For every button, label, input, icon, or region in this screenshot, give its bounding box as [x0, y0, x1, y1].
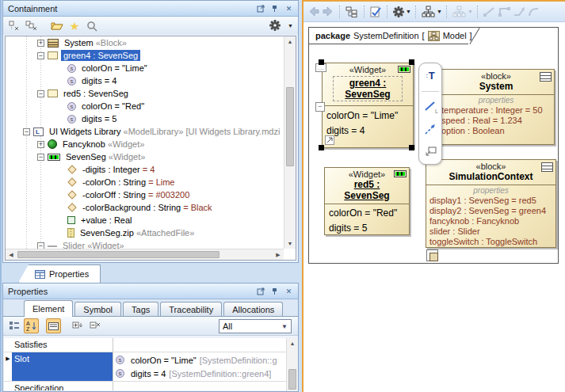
tree-item-label[interactable]: SevenSeg.zip «AttachedFile» [78, 227, 197, 238]
categorized-view-icon[interactable] [6, 318, 21, 333]
tree-item[interactable]: -colorOff : String = #003200 [6, 188, 284, 201]
property-row[interactable]: Specification [4, 382, 297, 390]
element-name[interactable]: System [440, 81, 552, 92]
node-green4[interactable]: «Widget» green4 :SevenSeg colorOn = "Lim… [322, 63, 414, 148]
text-tool-icon[interactable]: ∶T [422, 68, 438, 84]
tree-item[interactable]: SevenSeg.zip «AttachedFile» [6, 226, 284, 239]
property-value[interactable]: colorOn = "Lime" [SystemDefinition::gdig… [113, 352, 297, 381]
sort-alphabetic-icon[interactable]: AZ [24, 318, 39, 333]
collapse-icon[interactable]: − [37, 52, 44, 59]
float-icon[interactable] [256, 287, 265, 295]
node-system[interactable]: «block» System properties temperature : … [437, 69, 555, 145]
tree-item[interactable]: digits = 5 [6, 112, 284, 125]
element-name[interactable]: SimulationContext [428, 171, 554, 182]
gear-menu-caret-icon[interactable]: ▼ [406, 9, 411, 14]
quick-link-icon[interactable] [422, 121, 438, 137]
tree-item[interactable]: +System «Block» [6, 36, 284, 49]
favorites-star-icon[interactable]: ★ [67, 19, 82, 33]
tree-item[interactable]: +Fancyknob «Widget» [6, 138, 284, 150]
tree-item-label[interactable]: -digits : Integer = 4 [80, 164, 157, 175]
close-icon[interactable]: ✕ [284, 287, 293, 295]
tree-item-label[interactable]: colorOn = "Red" [79, 101, 147, 112]
collapse-selected-icon[interactable] [24, 19, 40, 33]
diagram-canvas[interactable]: package SystemDefinition [ Model ] «Widg… [303, 22, 565, 392]
tree-item-label[interactable]: Slider «Widget» [60, 240, 127, 249]
tree-item-label[interactable]: colorOn = "Lime" [79, 63, 150, 74]
tree-item-label[interactable]: digits = 4 [79, 75, 119, 86]
collapse-compartment-button[interactable]: − [315, 102, 325, 112]
property-name[interactable]: Slot [12, 352, 113, 381]
expand-icon[interactable]: + [37, 40, 44, 47]
tree-item-label[interactable]: +value : Real [78, 215, 135, 226]
collapse-icon[interactable]: − [23, 128, 30, 135]
layout-menu-caret-icon[interactable]: ▼ [437, 9, 442, 14]
expand-nodes-icon[interactable] [70, 318, 85, 333]
element-name[interactable]: green4 :SevenSeg [333, 76, 403, 101]
pin-icon[interactable] [270, 4, 279, 13]
tree-vertical-scrollbar[interactable]: ▲ ▼ [284, 36, 296, 249]
tree-item[interactable]: -digits : Integer = 4 [6, 163, 284, 176]
filter-select[interactable]: All ▼ [219, 319, 292, 333]
diagram-options-gear-icon[interactable] [393, 5, 404, 19]
node-simulation-context[interactable]: «block» SimulationContext properties dis… [426, 159, 556, 248]
scroll-thumb[interactable] [17, 251, 220, 258]
open-folder-icon[interactable] [49, 19, 65, 33]
preview-icon[interactable] [422, 143, 438, 159]
tree-item-label[interactable]: digits = 5 [79, 113, 119, 124]
pin-icon[interactable] [270, 287, 279, 295]
tree-item[interactable]: −UI Widgets Library «ModelLibrary» [UI W… [6, 125, 284, 138]
back-icon[interactable] [308, 5, 319, 19]
close-icon[interactable]: ✕ [284, 4, 293, 13]
tab-element[interactable]: Element [24, 300, 73, 317]
hyperlink-icon[interactable] [325, 135, 334, 145]
forward-icon[interactable] [323, 5, 334, 19]
node-red5[interactable]: «Widget» red5 :SevenSeg colorOn = "Red"d… [324, 167, 410, 235]
diagram-frame-tab[interactable]: package SystemDefinition [ Model ] [309, 28, 479, 44]
tree-item[interactable]: −green4 : SevenSeg [6, 49, 284, 62]
show-description-icon[interactable] [46, 318, 61, 333]
tree-item-label[interactable]: red5 : SevenSeg [61, 88, 131, 99]
tree-item-label[interactable]: Fancyknob «Widget» [60, 139, 147, 150]
property-name[interactable]: Satisfies [12, 338, 113, 352]
internal-diagram-icon[interactable] [426, 249, 438, 261]
tree-item[interactable]: −Slider «Widget» [6, 239, 284, 249]
tree-horizontal-scrollbar[interactable]: ◀ ▶ [6, 249, 284, 260]
selection-handle[interactable] [409, 145, 414, 150]
tab-allocations[interactable]: Allocations [223, 302, 283, 316]
tree-item[interactable]: −red5 : SevenSeg [6, 87, 284, 100]
tab-tags[interactable]: Tags [123, 302, 158, 316]
collapse-icon[interactable]: − [37, 242, 44, 249]
element-name[interactable]: red5 :SevenSeg [326, 179, 407, 201]
tree-item-label[interactable]: -colorOn : String = Lime [80, 177, 177, 188]
property-value[interactable] [113, 382, 297, 390]
float-icon[interactable] [256, 4, 265, 13]
collapse-icon[interactable]: − [37, 90, 44, 97]
properties-scrollbar[interactable]: ▲ [286, 338, 298, 391]
tree-item-label[interactable]: SevenSeg «Widget» [63, 151, 147, 162]
collapse-icon[interactable]: − [37, 154, 44, 161]
scroll-thumb[interactable] [286, 87, 294, 166]
tree-item[interactable]: +value : Real [6, 214, 284, 226]
tree-item-label[interactable]: System «Block» [62, 37, 129, 48]
tree-item[interactable]: −SevenSeg «Widget» [6, 150, 284, 163]
tab-symbol[interactable]: Symbol [74, 302, 121, 316]
collapse-nodes-icon[interactable] [87, 318, 102, 333]
tab-traceability[interactable]: Traceability [160, 302, 222, 316]
selection-handle[interactable] [319, 145, 324, 150]
property-row[interactable]: Satisfies [4, 338, 297, 352]
tree-item-label[interactable]: green4 : SevenSeg [61, 50, 140, 61]
property-name[interactable]: Specification [12, 382, 113, 390]
expand-icon[interactable]: + [37, 141, 44, 148]
line-tool-icon[interactable]: L [422, 98, 438, 114]
property-row[interactable]: ▶SlotcolorOn = "Lime" [SystemDefinition:… [4, 352, 297, 382]
tree-item[interactable]: -colorBackground : String = Black [6, 201, 284, 214]
tree-item-label[interactable]: -colorOff : String = #003200 [80, 189, 192, 200]
selection-handle[interactable] [319, 59, 324, 65]
property-value[interactable] [113, 338, 297, 352]
tree-item[interactable]: colorOn = "Lime" [6, 62, 284, 74]
tree-item-label[interactable]: UI Widgets Library «ModelLibrary» [UI Wi… [47, 126, 282, 137]
settings-gear-icon[interactable] [267, 18, 283, 32]
tree-item[interactable]: colorOn = "Red" [6, 100, 284, 112]
collapse-all-icon[interactable] [6, 19, 22, 33]
selection-handle[interactable] [409, 59, 414, 65]
